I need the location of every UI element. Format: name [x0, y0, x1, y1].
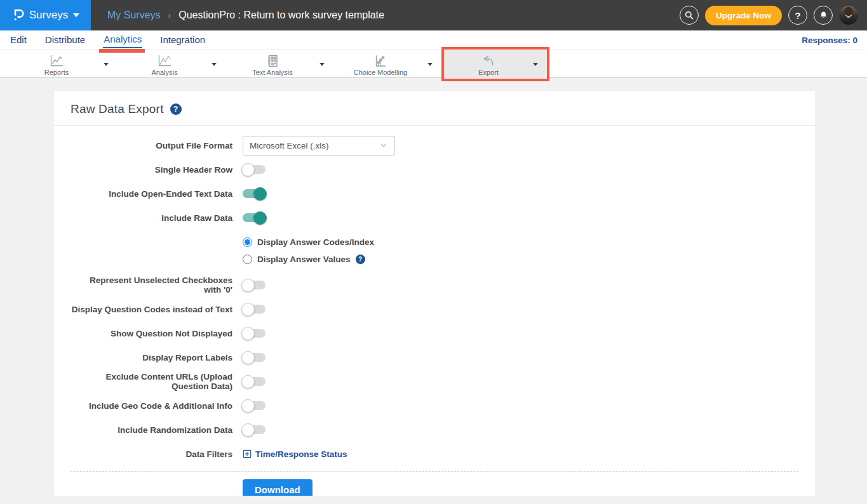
radio-label: Display Answer Codes/Index [257, 237, 374, 247]
field-label: Include Geo Code & Additional Info [71, 401, 232, 411]
field-label: Output File Format [71, 141, 232, 150]
avatar[interactable] [839, 6, 858, 25]
export-dropdown-caret-icon[interactable] [533, 63, 538, 66]
panel-title: Raw Data Export [71, 102, 164, 116]
toggle-knob [241, 375, 255, 388]
responses-count: Responses: 0 [802, 36, 857, 45]
analysis-dropdown-caret-icon[interactable] [212, 63, 217, 66]
search-button[interactable] [680, 6, 699, 25]
form-row-question-not-displayed: Show Question Not Displayed [71, 321, 798, 345]
panel-header: Raw Data Export ? [54, 91, 815, 126]
export-arrow-icon [480, 54, 497, 68]
chevron-down-icon [73, 13, 79, 17]
scatter-chart-icon [156, 54, 173, 68]
radio-button-icon [243, 237, 252, 247]
raw-data-export-panel: Raw Data Export ? Output File Format Mic… [54, 91, 815, 496]
output-format-value: Microsoft Excel (.xls) [250, 141, 329, 150]
text-analysis-button[interactable]: Text Analysis [225, 52, 319, 76]
time-response-status-link[interactable]: Time/Response Status [243, 449, 347, 459]
toggle-knob [241, 163, 255, 176]
dot-chart-icon [373, 54, 388, 68]
toggle-display-question-codes[interactable] [243, 305, 265, 314]
download-button[interactable]: Download [243, 479, 313, 496]
reports-button[interactable]: Reports [10, 52, 104, 76]
radio-display-answer-values[interactable]: Display Answer Values ? [243, 251, 798, 268]
toggle-include-geo-code[interactable] [243, 401, 265, 410]
toggle-include-raw-data[interactable] [243, 213, 265, 222]
time-response-status-label: Time/Response Status [255, 449, 347, 459]
tab-edit[interactable]: Edit [10, 33, 27, 48]
form-row-report-labels: Display Report Labels [71, 345, 798, 369]
analysis-button[interactable]: Analysis [118, 52, 212, 76]
toggle-knob [241, 327, 255, 340]
toggle-include-randomization-data[interactable] [243, 425, 265, 434]
field-label: Display Report Labels [71, 353, 232, 362]
choice-modelling-button[interactable]: Choice Modelling [333, 52, 427, 76]
tab-analytics[interactable]: Analytics [103, 32, 142, 48]
breadcrumb-my-surveys[interactable]: My Surveys [107, 10, 161, 21]
product-switcher-label: Surveys [29, 9, 68, 22]
tab-distribute[interactable]: Distribute [44, 33, 86, 48]
form-row-open-ended-text: Include Open-Ended Text Data [71, 182, 798, 206]
toolbar-item-label: Reports [44, 69, 69, 76]
answer-values-help-icon[interactable]: ? [356, 255, 365, 264]
field-label: Represent Unselected Checkboxes with '0' [71, 275, 232, 295]
toggle-knob [241, 303, 255, 316]
radio-display-answer-codes[interactable]: Display Answer Codes/Index [243, 234, 798, 251]
export-button[interactable]: Export [444, 52, 533, 76]
toolbar-cell-choice-modelling: Choice Modelling [333, 50, 441, 78]
toggle-represent-unselected-checkboxes[interactable] [243, 281, 265, 289]
tab-integration[interactable]: Integration [159, 33, 206, 48]
toolbar-item-label: Analysis [152, 69, 178, 76]
form-row-unselected-checkboxes: Represent Unselected Checkboxes with '0' [71, 273, 798, 297]
toggle-knob [241, 423, 255, 437]
raw-data-export-help-icon[interactable]: ? [170, 103, 182, 115]
upgrade-now-button[interactable]: Upgrade Now [705, 6, 782, 25]
toolbar-cell-export: Export [441, 47, 549, 81]
field-label: Show Question Not Displayed [71, 329, 232, 338]
radio-button-icon [243, 255, 252, 264]
field-label: Exclude Content URLs (Upload Question Da… [71, 372, 232, 391]
choice-modelling-dropdown-caret-icon[interactable] [427, 63, 433, 66]
breadcrumb: My Surveys › QuestionPro : Return to wor… [107, 10, 384, 21]
output-format-select[interactable]: Microsoft Excel (.xls) [243, 136, 395, 156]
select-chevron-icon [379, 141, 388, 150]
analytics-toolbar: Reports Analysis Text Analysis [0, 50, 867, 78]
search-icon [684, 10, 694, 20]
toggle-display-report-labels[interactable] [243, 353, 265, 362]
form-row-geo-code: Include Geo Code & Additional Info [71, 394, 798, 418]
toggle-exclude-content-urls[interactable] [243, 377, 265, 386]
toolbar-item-label: Choice Modelling [354, 69, 407, 76]
line-chart-icon [48, 54, 65, 68]
toggle-knob [241, 351, 255, 364]
field-label: Data Filters [71, 449, 232, 459]
field-label: Include Raw Data [71, 213, 232, 223]
reports-dropdown-caret-icon[interactable] [104, 63, 109, 66]
page-title: QuestionPro : Return to work survey temp… [178, 10, 384, 21]
toggle-include-open-ended-text-data[interactable] [243, 189, 265, 198]
top-bar: Surveys My Surveys › QuestionPro : Retur… [0, 0, 867, 30]
download-row: Download [71, 472, 798, 496]
topbar-actions: Upgrade Now ? [680, 6, 858, 25]
toolbar-cell-text-analysis: Text Analysis [225, 50, 333, 78]
form-row-single-header-row: Single Header Row [71, 157, 798, 182]
question-mark-icon: ? [795, 10, 800, 21]
bell-icon [819, 10, 828, 20]
field-label: Single Header Row [71, 165, 232, 175]
toggle-knob [253, 187, 267, 201]
toggle-single-header-row[interactable] [243, 165, 265, 174]
answer-display-radio-group: Display Answer Codes/Index Display Answe… [243, 230, 798, 273]
notifications-button[interactable] [814, 6, 833, 25]
toolbar-item-label: Export [478, 69, 499, 76]
expand-plus-icon [243, 449, 252, 458]
export-form: Output File Format Microsoft Excel (.xls… [54, 126, 815, 496]
field-label: Include Open-Ended Text Data [71, 189, 232, 199]
text-analysis-dropdown-caret-icon[interactable] [319, 63, 325, 66]
form-row-question-codes: Display Question Codes instead of Text [71, 297, 798, 321]
brand-menu[interactable]: Surveys [0, 0, 91, 30]
help-button[interactable]: ? [788, 6, 807, 25]
tab-analytics-label: Analytics [104, 34, 142, 44]
document-grid-icon [265, 54, 280, 68]
radio-label: Display Answer Values [257, 255, 351, 264]
toggle-show-question-not-displayed[interactable] [243, 329, 265, 338]
